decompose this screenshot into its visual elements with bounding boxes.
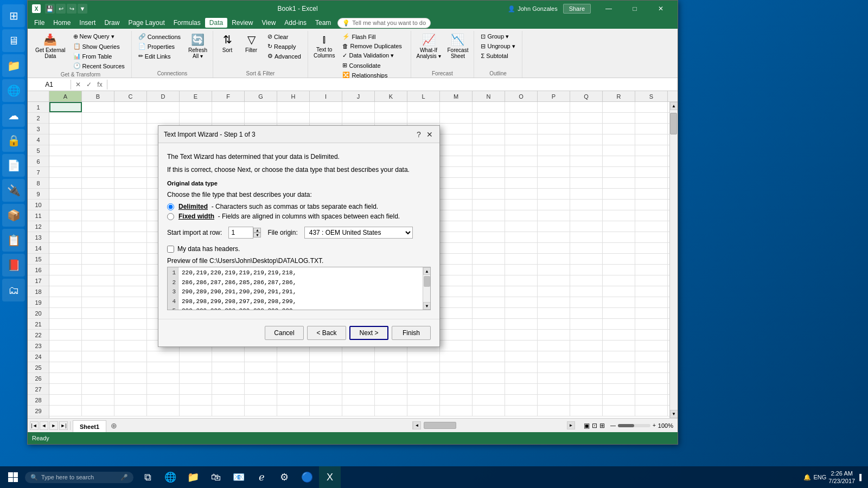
cell-O18[interactable]	[505, 286, 538, 297]
cell-C17[interactable]	[114, 275, 147, 286]
preview-h-scroll[interactable]: ◄ ►	[168, 310, 430, 310]
cell-Q17[interactable]	[570, 275, 603, 286]
file-explorer-icon[interactable]: 📁	[182, 466, 204, 488]
cell-C7[interactable]	[114, 167, 147, 177]
cell-P7[interactable]	[538, 167, 570, 177]
menu-team[interactable]: Team	[311, 18, 335, 28]
cell-R2[interactable]	[603, 113, 635, 123]
zoom-slider[interactable]	[618, 424, 650, 427]
cell-Q19[interactable]	[570, 297, 603, 307]
col-header-N[interactable]: N	[473, 91, 505, 101]
cell-J1[interactable]	[342, 102, 375, 112]
back-button[interactable]: < Back	[307, 326, 346, 340]
refresh-all-btn[interactable]: 🔄 RefreshAll ▾	[186, 32, 209, 60]
cell-N20[interactable]	[473, 308, 505, 318]
cell-B6[interactable]	[82, 156, 114, 166]
cell-R1[interactable]	[603, 102, 635, 112]
cell-R14[interactable]	[603, 243, 635, 253]
cell-B21[interactable]	[82, 319, 114, 329]
cell-A8[interactable]	[49, 178, 82, 188]
cell-N8[interactable]	[473, 178, 505, 188]
cell-S16[interactable]	[635, 265, 668, 275]
cell-S17[interactable]	[635, 275, 668, 286]
cell-O10[interactable]	[505, 200, 538, 210]
cell-R12[interactable]	[603, 221, 635, 232]
cell-C25[interactable]	[114, 362, 147, 373]
col-header-C[interactable]: C	[114, 91, 147, 101]
cell-N23[interactable]	[473, 341, 505, 351]
cell-P16[interactable]	[538, 265, 570, 275]
sidebar-icon-3[interactable]: 📁	[2, 54, 25, 77]
cell-Q22[interactable]	[570, 330, 603, 340]
cell-A21[interactable]	[49, 319, 82, 329]
excel-taskbar-icon[interactable]: X	[319, 466, 341, 488]
undo-btn[interactable]: ↩	[56, 4, 66, 14]
cell-O5[interactable]	[505, 145, 538, 156]
cell-L2[interactable]	[407, 113, 440, 123]
cell-S21[interactable]	[635, 319, 668, 329]
cell-B16[interactable]	[82, 265, 114, 275]
cell-O29[interactable]	[505, 406, 538, 416]
taskbar-search[interactable]: 🔍 Type here to search 🎤	[25, 472, 133, 483]
add-sheet-btn[interactable]: ⊕	[108, 420, 119, 431]
cell-B5[interactable]	[82, 145, 114, 156]
cell-P17[interactable]	[538, 275, 570, 286]
cell-H27[interactable]	[277, 384, 310, 394]
cell-M27[interactable]	[440, 384, 473, 394]
cell-D29[interactable]	[147, 406, 180, 416]
maximize-button[interactable]: □	[622, 1, 647, 17]
col-header-D[interactable]: D	[147, 91, 180, 101]
cell-K25[interactable]	[375, 362, 407, 373]
cell-S25[interactable]	[635, 362, 668, 373]
cell-C23[interactable]	[114, 341, 147, 351]
h-scroll-track[interactable]	[421, 421, 567, 429]
cell-R11[interactable]	[603, 210, 635, 221]
cell-C27[interactable]	[114, 384, 147, 394]
cell-B27[interactable]	[82, 384, 114, 394]
vertical-scrollbar[interactable]: ▲ ▼	[669, 102, 678, 418]
cell-C19[interactable]	[114, 297, 147, 307]
cell-R18[interactable]	[603, 286, 635, 297]
scroll-down-btn[interactable]: ▼	[670, 410, 678, 418]
cell-L27[interactable]	[407, 384, 440, 394]
cell-M13[interactable]	[440, 232, 473, 242]
cell-P2[interactable]	[538, 113, 570, 123]
cell-O12[interactable]	[505, 221, 538, 232]
cell-Q8[interactable]	[570, 178, 603, 188]
cell-R19[interactable]	[603, 297, 635, 307]
cell-Q4[interactable]	[570, 134, 603, 145]
col-header-L[interactable]: L	[407, 91, 440, 101]
cell-M17[interactable]	[440, 275, 473, 286]
cell-C16[interactable]	[114, 265, 147, 275]
cell-D26[interactable]	[147, 373, 180, 383]
cell-O4[interactable]	[505, 134, 538, 145]
cell-L1[interactable]	[407, 102, 440, 112]
cell-R13[interactable]	[603, 232, 635, 242]
cell-B9[interactable]	[82, 189, 114, 199]
cell-N7[interactable]	[473, 167, 505, 177]
cell-J28[interactable]	[342, 395, 375, 405]
prev-sheet-btn[interactable]: ◄	[40, 421, 48, 430]
cell-H2[interactable]	[277, 113, 310, 123]
cell-Q2[interactable]	[570, 113, 603, 123]
cell-M5[interactable]	[440, 145, 473, 156]
cell-N16[interactable]	[473, 265, 505, 275]
cell-R10[interactable]	[603, 200, 635, 210]
cell-A24[interactable]	[49, 351, 82, 362]
col-header-R[interactable]: R	[603, 91, 635, 101]
cell-C4[interactable]	[114, 134, 147, 145]
cell-I26[interactable]	[310, 373, 342, 383]
start-row-up[interactable]: ▲	[253, 228, 261, 233]
cell-E2[interactable]	[180, 113, 212, 123]
cell-S23[interactable]	[635, 341, 668, 351]
cell-J2[interactable]	[342, 113, 375, 123]
cell-O21[interactable]	[505, 319, 538, 329]
forecast-sheet-btn[interactable]: 📉 ForecastSheet	[445, 32, 471, 60]
menu-file[interactable]: File	[30, 18, 49, 28]
mail-icon[interactable]: 📧	[228, 466, 250, 488]
cell-R7[interactable]	[603, 167, 635, 177]
cell-R6[interactable]	[603, 156, 635, 166]
cell-A27[interactable]	[49, 384, 82, 394]
last-sheet-btn[interactable]: ►|	[59, 421, 68, 430]
col-header-S[interactable]: S	[635, 91, 668, 101]
